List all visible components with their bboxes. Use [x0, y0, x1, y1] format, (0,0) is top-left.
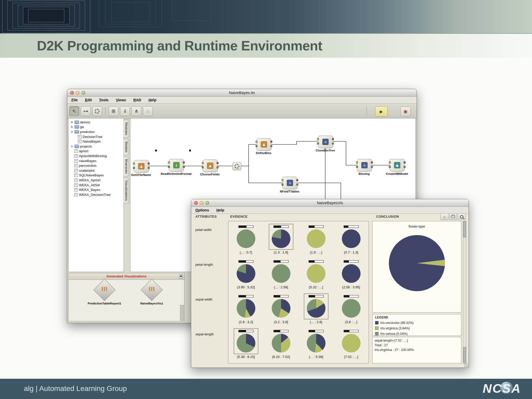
tree-item-weka_attsel[interactable]: ×WEKA_AttSel [69, 183, 124, 188]
panel-window-icon[interactable]: ▣ [179, 275, 183, 278]
minimize-button[interactable] [76, 91, 79, 95]
module-icon: ◆ [390, 159, 405, 171]
menu-file[interactable]: File [71, 98, 78, 102]
tree-item-decisiontree[interactable]: ×DecisionTree [69, 134, 124, 139]
connect-tool-button[interactable]: ⊶ [81, 106, 91, 116]
home-button[interactable]: ⌂ [441, 213, 448, 220]
menu-views[interactable]: Views [116, 98, 126, 102]
node-choosefields[interactable]: ♟ChooseFields [203, 159, 217, 172]
evidence-cell[interactable]: (7.02 : ...] [334, 327, 369, 362]
node-clonebintree[interactable]: ≡CloneBinTree [318, 136, 332, 148]
tree-item-scatterplot[interactable]: ×scatterplot [69, 168, 124, 173]
evidence-cell[interactable]: (5.38 : 6.15] [228, 327, 263, 362]
evidence-range-label: (3.2 : 3.8] [274, 320, 288, 324]
tree-item-sqlnaivebayes[interactable]: ×SQLNaiveBayes [69, 173, 124, 178]
evidence-cell[interactable]: (3.8 : ...] [334, 292, 369, 327]
evidence-cell[interactable]: (... : 2.6] [298, 292, 334, 327]
close-button[interactable] [194, 201, 198, 205]
tree-item-naivebayes[interactable]: ×naiveBayes [69, 158, 124, 163]
folder-icon [75, 145, 79, 148]
close-button[interactable] [70, 91, 74, 95]
menu-edit[interactable]: Edit [85, 98, 92, 102]
tree-item-weka_apriori[interactable]: ×WEKA_Apriori [69, 178, 124, 183]
port-icon [183, 162, 185, 163]
tree-item-ga[interactable]: ⊕ga [69, 125, 124, 130]
minimize-button[interactable] [200, 201, 203, 205]
tree-item-weka_decisiontree[interactable]: ×WEKA_DecisionTree [69, 192, 124, 197]
junction-node[interactable] [232, 162, 241, 170]
evidence-cell[interactable]: (... : 0.7] [228, 223, 263, 258]
evidence-cell[interactable]: (1.9 : ...] [298, 223, 334, 258]
tree-expander-icon[interactable]: ⊕ [70, 121, 74, 124]
evidence-cell[interactable]: (5.32 : ...] [298, 258, 334, 292]
zoom-button[interactable] [458, 213, 466, 220]
properties-tool-button[interactable] [92, 106, 102, 116]
tree-expander-icon[interactable]: ⊖ [70, 130, 74, 134]
evidence-pie [342, 299, 361, 318]
node-get1filename[interactable]: ♟Get1FileName [134, 160, 148, 172]
tree-expander-icon[interactable]: ⊖ [70, 145, 74, 148]
folder-icon [75, 121, 79, 124]
resize-grip[interactable] [464, 363, 468, 367]
tab-modules[interactable]: Modules [124, 120, 129, 138]
port-icon [168, 166, 170, 168]
menu-tools[interactable]: Tools [99, 98, 109, 102]
evidence-pie-group [339, 259, 363, 284]
tree-item-demos[interactable]: ⊕demos [69, 120, 124, 125]
evidence-bar-fill [344, 330, 349, 332]
evidence-cell[interactable]: (... : 2.58] [263, 258, 298, 292]
tree-item-apriori[interactable]: ×apriori [69, 149, 124, 154]
node-nfoldttables[interactable]: ≡NFoldTTables [282, 177, 297, 189]
layout-tool-button[interactable]: ⋔ [131, 106, 141, 116]
menu-options[interactable]: Options [195, 208, 209, 212]
tree-item-parcoordvis[interactable]: ×parcoordvis [69, 163, 124, 168]
evidence-cell[interactable]: (1.3 : 1.9] [263, 223, 298, 258]
evidence-cell[interactable]: (... : 5.38] [298, 327, 334, 362]
tab-visualizations[interactable]: Visualizations [124, 178, 129, 203]
tree-item-projects[interactable]: ⊖projects [69, 144, 124, 149]
grid-tool-button[interactable]: ⊞ [109, 106, 118, 116]
evidence-pie-group [269, 294, 293, 319]
evidence-cell[interactable]: (3.95 : 5.32] [228, 258, 263, 292]
node-readdelimitedformat[interactable]: ⇓ReadDelimitedFormat [169, 159, 183, 171]
print-button[interactable] [449, 213, 457, 220]
import-tool-button[interactable]: ⇓ [120, 106, 130, 116]
evidence-cell[interactable]: (6.15 : 7.02] [263, 327, 298, 362]
tree-item-weka_bayes[interactable]: ×WEKA_Bayes [69, 187, 124, 192]
tree-item-aprioriwithbinning[interactable]: ×AprioriWithBinning [69, 154, 124, 158]
panel-scrollbar[interactable] [180, 305, 184, 321]
evidence-cell[interactable]: (2.58 : 3.95] [334, 258, 369, 292]
evidence-cell[interactable]: (2.6 : 3.2] [228, 292, 263, 327]
node-binning[interactable]: ≡Binning [357, 159, 371, 171]
scrollbar-thumb[interactable] [463, 347, 466, 363]
evidence-bar [344, 225, 359, 228]
port-icon [356, 162, 358, 163]
stop-button[interactable]: ◉ [400, 107, 411, 116]
evidence-cell[interactable]: (3.2 : 3.8] [263, 292, 298, 327]
menu-help[interactable]: Help [216, 208, 224, 212]
workflow-titlebar[interactable]: NaiveBayes.itn [67, 89, 417, 97]
tab-itineraries[interactable]: Itineraries [124, 156, 129, 176]
vis-titlebar[interactable]: NaiveBayesVis [191, 199, 469, 207]
tree-item-naivebayes[interactable]: ×NaiveBayes [69, 139, 124, 144]
tree-item-prediction[interactable]: ⊖prediction [69, 129, 124, 134]
tree-expander-icon[interactable]: ⊕ [70, 125, 74, 129]
menu-rad[interactable]: RAD [133, 98, 141, 102]
zoom-button[interactable] [82, 91, 85, 95]
run-button[interactable]: ▶ [375, 106, 388, 117]
port-icon [296, 184, 298, 185]
node-createnbmodel[interactable]: ◆CreateNBModel [390, 159, 404, 171]
vertical-scrollbar[interactable] [463, 221, 466, 363]
port-icon [317, 138, 319, 140]
tab-models[interactable]: Models [124, 139, 129, 155]
node-definebins[interactable]: ♟DefineBins [256, 138, 271, 151]
distribute-tool-button[interactable]: ∴ [143, 106, 153, 116]
scrollbar-thumb[interactable] [463, 221, 466, 237]
evidence-bar-fill [309, 295, 315, 297]
evidence-cell[interactable]: (0.7 : 1.3] [334, 223, 369, 258]
generated-item[interactable]: NaiveBayesVis1 [132, 281, 171, 305]
menu-help[interactable]: Help [149, 98, 156, 102]
generated-item[interactable]: PredictionTableReport1 [85, 281, 124, 305]
zoom-button[interactable] [205, 201, 209, 205]
pointer-tool-button[interactable]: ↖ [69, 106, 79, 116]
